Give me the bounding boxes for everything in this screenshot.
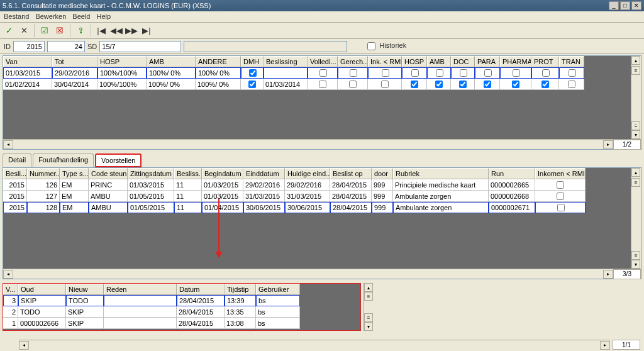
cell-checkbox[interactable]	[381, 81, 389, 88]
col-volledi[interactable]: Volledi...	[308, 56, 338, 67]
grid-periods-hscroll[interactable]: ◂ ▸ 1/2	[3, 139, 641, 149]
table-row[interactable]: 2015128EMAMBU01/05/20151101/04/201530/06…	[3, 202, 631, 213]
col-run[interactable]: Run	[489, 168, 535, 179]
nav-next-button[interactable]: ▶▶	[125, 25, 138, 37]
grid-voorstellen-vscroll[interactable]: ▴ ≡ ≡ ▾	[631, 168, 641, 269]
table-row[interactable]: 01/02/201430/04/2014100%/100%100%/ 0%100…	[3, 79, 631, 90]
col-tot[interactable]: Tot	[52, 56, 97, 67]
menu-help[interactable]: Help	[96, 13, 111, 21]
ok-button[interactable]: ✓	[3, 25, 15, 37]
col-nieuw[interactable]: Nieuw	[66, 284, 104, 295]
scroll-left-icon[interactable]: ◂	[3, 270, 13, 279]
nav-last-button[interactable]: ▶|	[140, 25, 153, 37]
scroll-up-icon[interactable]: ▴	[631, 168, 640, 177]
scroll-track[interactable]	[14, 270, 602, 279]
col-hosp[interactable]: HOSP	[97, 56, 147, 67]
cancel-button[interactable]: ✕	[18, 25, 30, 37]
scroll-track[interactable]	[14, 140, 602, 149]
cell-checkbox[interactable]	[484, 81, 491, 88]
cell-checkbox[interactable]	[349, 81, 357, 88]
col-gerech[interactable]: Gerech...	[338, 56, 368, 67]
table-row[interactable]: 2TODOSKIP28/04/201513:35bs	[3, 306, 360, 318]
col-door[interactable]: door	[372, 168, 393, 179]
maximize-button[interactable]: □	[620, 1, 630, 10]
col-amb2[interactable]: AMB	[427, 56, 451, 67]
table-row[interactable]: 3SKIPTODO28/04/201513:39bs	[3, 295, 360, 306]
col-dmh[interactable]: DMH	[241, 56, 264, 67]
cell-checkbox[interactable]	[382, 69, 389, 77]
footer-hscroll[interactable]: ◂ ▸	[19, 340, 610, 350]
nav-prev-button[interactable]: ◀◀	[110, 25, 123, 37]
col-hosp2[interactable]: HOSP	[402, 56, 427, 67]
col-begindatum[interactable]: Begindatum	[202, 168, 243, 179]
cell-checkbox[interactable]	[541, 81, 549, 88]
col-datum[interactable]: Datum	[177, 284, 225, 295]
cell-checkbox[interactable]	[557, 204, 565, 211]
col-inkomenrmi[interactable]: Inkomen < RMI	[535, 168, 586, 179]
cell-checkbox[interactable]	[411, 81, 418, 88]
col-doc[interactable]: DOC	[451, 56, 475, 67]
menu-beeld[interactable]: Beeld	[72, 13, 90, 21]
col-einddatum[interactable]: Einddatum	[243, 168, 285, 179]
table-row[interactable]: 10000002666SKIP28/04/201513:08bs	[3, 318, 360, 329]
col-gebruiker[interactable]: Gebruiker	[256, 284, 300, 295]
cell-checkbox[interactable]	[512, 81, 519, 88]
cell-checkbox[interactable]	[460, 69, 467, 77]
cell-checkbox[interactable]	[459, 81, 467, 88]
scroll-track[interactable]	[30, 341, 599, 350]
col-huidigeeind[interactable]: Huidige eind...	[285, 168, 330, 179]
scroll-btn-icon[interactable]: ≡	[631, 178, 640, 187]
cell-checkbox[interactable]	[249, 69, 257, 77]
scroll-btn-icon[interactable]: ≡	[631, 121, 640, 130]
cell-checkbox[interactable]	[350, 69, 357, 77]
col-besliss[interactable]: Besliss...	[174, 168, 202, 179]
col-nummer[interactable]: Nummer...	[27, 168, 60, 179]
table-row[interactable]: 2015126EMPRINC01/03/20151101/03/201529/0…	[3, 179, 631, 191]
col-zittingsdatum[interactable]: Zittingsdatum	[128, 168, 174, 179]
col-types[interactable]: Type s...	[60, 168, 89, 179]
menu-bewerken[interactable]: Bewerken	[35, 13, 66, 21]
col-beslissing[interactable]: Beslissing	[264, 56, 308, 67]
cell-checkbox[interactable]	[542, 69, 550, 77]
scroll-down-icon[interactable]: ▾	[364, 322, 373, 331]
scroll-up-icon[interactable]: ▴	[631, 56, 640, 65]
scroll-up-icon[interactable]: ▴	[364, 283, 373, 292]
cell-checkbox[interactable]	[248, 81, 256, 88]
col-pharma[interactable]: PHARMA	[500, 56, 531, 67]
scroll-down-icon[interactable]: ▾	[631, 260, 640, 269]
scroll-right-icon[interactable]: ▸	[603, 140, 613, 149]
scroll-left-icon[interactable]: ◂	[19, 341, 29, 350]
scroll-right-icon[interactable]: ▸	[600, 341, 610, 350]
cell-checkbox[interactable]	[569, 69, 576, 77]
cell-checkbox[interactable]	[436, 69, 443, 77]
close-button[interactable]: ✕	[631, 1, 641, 10]
grid-periods-vscroll[interactable]: ▴ ≡ ≡ ▾	[631, 56, 641, 139]
tab-detail[interactable]: Detail	[3, 153, 31, 167]
scroll-down-icon[interactable]: ▾	[631, 130, 640, 139]
col-v[interactable]: V...	[3, 284, 18, 295]
scroll-right-icon[interactable]: ▸	[603, 270, 613, 279]
col-inkrmi[interactable]: Ink. < RMI	[368, 56, 402, 67]
col-tijdstip[interactable]: Tijdstip	[225, 284, 256, 295]
col-reden[interactable]: Reden	[104, 284, 177, 295]
menu-bestand[interactable]: Bestand	[4, 13, 29, 21]
cell-checkbox[interactable]	[411, 69, 419, 77]
tab-voorstellen[interactable]: Voorstellen	[95, 153, 142, 167]
col-besli[interactable]: Besli...	[3, 168, 27, 179]
historiek-checkbox[interactable]	[367, 42, 375, 50]
grid-voorstellen-hscroll[interactable]: ◂ ▸ 3/3	[3, 269, 641, 279]
scroll-btn-icon[interactable]: ≡	[631, 251, 640, 260]
minimize-button[interactable]: _	[609, 1, 619, 10]
col-codesteun[interactable]: Code steun	[89, 168, 128, 179]
col-andere[interactable]: ANDERE	[196, 56, 241, 67]
scroll-left-icon[interactable]: ◂	[3, 140, 13, 149]
table-row[interactable]: 01/03/201529/02/2016100%/100%100%/ 0%100…	[3, 67, 631, 79]
id-year-input[interactable]	[13, 41, 45, 52]
cell-checkbox[interactable]	[319, 69, 327, 77]
cell-checkbox[interactable]	[484, 69, 492, 77]
col-amb[interactable]: AMB	[147, 56, 196, 67]
cell-checkbox[interactable]	[319, 81, 326, 88]
historiek-checkbox-wrap[interactable]: Historiek	[365, 40, 406, 52]
cell-checkbox[interactable]	[557, 192, 564, 200]
scroll-btn-icon[interactable]: ≡	[631, 66, 640, 75]
